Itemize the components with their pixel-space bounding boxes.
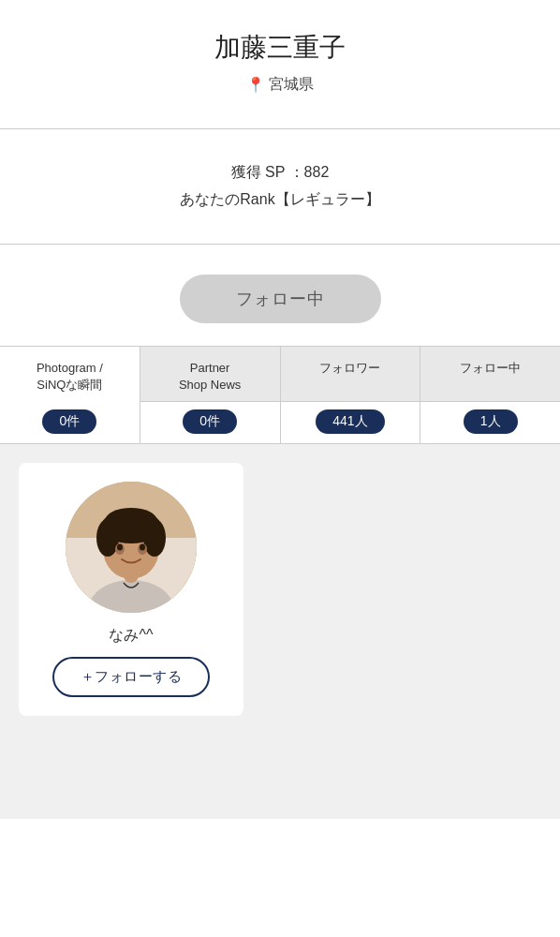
tab-following[interactable]: フォロー中 — [420, 347, 560, 402]
tab-count-photogram: 0件 — [0, 402, 140, 443]
divider-1 — [0, 128, 560, 129]
profile-header: 加藤三重子 📍 宮城県 — [0, 0, 560, 113]
content-area: なみ^^ ＋フォローする — [0, 444, 560, 819]
sp-section: 獲得 SP ：882 あなたのRank【レギュラー】 — [0, 144, 560, 229]
svg-point-13 — [140, 543, 145, 550]
svg-point-12 — [117, 543, 123, 550]
location-icon: 📍 — [246, 76, 265, 94]
avatar — [66, 482, 197, 613]
count-followers: 441人 — [316, 409, 384, 434]
sp-label: 獲得 SP ：882 — [30, 159, 530, 186]
tab-count-partner: 0件 — [140, 402, 281, 443]
follow-add-button[interactable]: ＋フォローする — [52, 657, 211, 697]
tabs-section: Photogram /SiNQな瞬間 PartnerShop News フォロワ… — [0, 346, 560, 402]
tab-count-followers: 441人 — [281, 402, 421, 443]
rank-label: あなたのRank【レギュラー】 — [30, 186, 530, 214]
location-text: 宮城県 — [269, 75, 314, 95]
tab-count-following: 1人 — [420, 402, 560, 443]
profile-name: 加藤三重子 — [19, 30, 541, 66]
tab-photogram[interactable]: Photogram /SiNQな瞬間 — [0, 347, 140, 402]
profile-location: 📍 宮城県 — [19, 75, 541, 95]
count-partner: 0件 — [183, 409, 237, 434]
tab-counts: 0件 0件 441人 1人 — [0, 402, 560, 444]
tab-followers[interactable]: フォロワー — [281, 347, 421, 402]
user-card: なみ^^ ＋フォローする — [19, 463, 243, 716]
divider-2 — [0, 244, 560, 245]
follow-button[interactable]: フォロー中 — [180, 275, 381, 323]
follow-btn-section: フォロー中 — [0, 260, 560, 346]
tab-partner-shop[interactable]: PartnerShop News — [140, 347, 281, 402]
user-name: なみ^^ — [37, 626, 225, 646]
count-following: 1人 — [464, 409, 518, 434]
svg-point-9 — [105, 508, 157, 534]
count-photogram: 0件 — [42, 409, 96, 434]
